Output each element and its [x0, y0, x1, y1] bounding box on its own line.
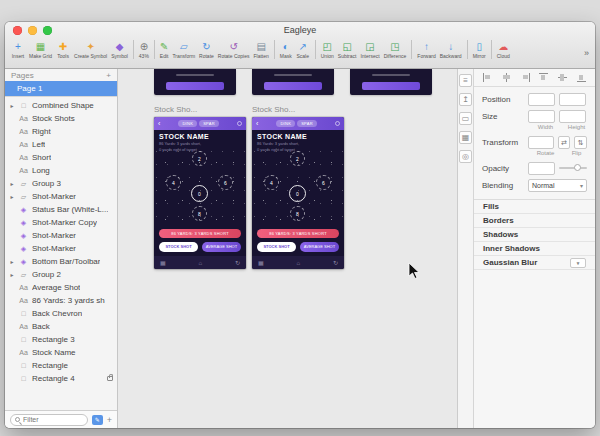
opacity-slider[interactable]: [559, 167, 587, 169]
section-dropdown-icon[interactable]: ▾: [570, 258, 586, 268]
layer-row[interactable]: Aa Average Shot: [5, 281, 117, 294]
layer-row[interactable]: ◈ Shot-Marker Copy: [5, 216, 117, 229]
add-page-button[interactable]: +: [106, 71, 111, 80]
add-layer-icon[interactable]: +: [107, 415, 112, 425]
layer-type-icon: Aa: [18, 167, 29, 174]
inspector-tool-icon[interactable]: ≡: [459, 74, 472, 87]
toolbar-button[interactable]: ☁ Cloud: [491, 40, 510, 59]
layer-row[interactable]: ▸ ◈ Bottom Bar/Toolbar: [5, 255, 117, 268]
inspector-tool-icon[interactable]: ↥: [459, 93, 472, 106]
style-section-header[interactable]: Gaussian Blur ▾: [474, 256, 595, 270]
blending-dropdown[interactable]: Normal ▾: [528, 179, 587, 192]
filter-input[interactable]: [23, 416, 83, 423]
design-bottom-bar: ▦ ⌂ ↻: [252, 256, 344, 269]
toolbar-button[interactable]: ✦ Create Symbol: [74, 40, 107, 59]
layer-type-icon: Aa: [18, 323, 29, 330]
canvas[interactable]: Stock Sho... ‹ DINK SPAR STOCK NAME: [118, 69, 457, 428]
layer-row[interactable]: Aa Back: [5, 320, 117, 333]
layer-row[interactable]: □ Rectangle 4: [5, 372, 117, 385]
toolbar-button[interactable]: ◐ Mask: [274, 40, 292, 59]
disclosure-caret-icon[interactable]: ▸: [9, 258, 15, 265]
toolbar-button-label: Scale: [296, 53, 309, 59]
align-middle-icon[interactable]: [558, 73, 567, 82]
toolbar-button[interactable]: ◱ Subtract: [338, 40, 357, 59]
layer-row[interactable]: □ Rectangle: [5, 359, 117, 372]
position-y-field[interactable]: [559, 93, 586, 106]
layer-row[interactable]: □ Back Chevron: [5, 307, 117, 320]
toolbar-button[interactable]: ✎ Edit: [154, 40, 169, 59]
layer-row[interactable]: ◈ Status Bar (White-L...: [5, 203, 117, 216]
toolbar-button[interactable]: ⊕ 43%: [133, 40, 149, 59]
style-section-header[interactable]: Borders: [474, 214, 595, 228]
layer-row[interactable]: Aa Long: [5, 164, 117, 177]
toolbar-button[interactable]: ↑ Forward: [411, 40, 435, 59]
disclosure-caret-icon[interactable]: ▸: [9, 102, 15, 109]
layer-row[interactable]: Aa Left: [5, 138, 117, 151]
toolbar-button[interactable]: ↓ Backward: [440, 40, 462, 59]
align-bottom-icon[interactable]: [577, 73, 586, 82]
toolbar-button[interactable]: ↗ Scale: [296, 40, 310, 59]
layer-row[interactable]: Aa Stock Shots: [5, 112, 117, 125]
layer-row[interactable]: ◈ Shot-Marker: [5, 229, 117, 242]
layer-row[interactable]: □ Rectangle 3: [5, 333, 117, 346]
layer-row[interactable]: ◈ Shot-Marker: [5, 242, 117, 255]
layer-row[interactable]: Aa Stock Name: [5, 346, 117, 359]
disclosure-caret-icon[interactable]: ▸: [9, 271, 15, 278]
filter-box[interactable]: [10, 414, 88, 426]
opacity-field[interactable]: [528, 162, 555, 175]
minimize-button[interactable]: [28, 26, 37, 35]
toolbar-button[interactable]: ◆ Symbol: [111, 40, 128, 59]
artboard[interactable]: ‹ DINK SPAR STOCK NAME 86 Yards: 3 yards…: [154, 117, 246, 269]
inspector-tool-icon[interactable]: ▭: [459, 112, 472, 125]
layer-row[interactable]: Aa 86 Yards: 3 yards sh: [5, 294, 117, 307]
bottom-bar-icon: ⌂: [199, 260, 203, 266]
toolbar-button[interactable]: ◳ Difference: [384, 40, 407, 59]
toolbar-button[interactable]: ▯ Mirror: [467, 40, 486, 59]
layer-row[interactable]: ▸ □ Combined Shape: [5, 99, 117, 112]
inspector-tool-icon[interactable]: ▦: [459, 131, 472, 144]
toolbar-button[interactable]: ▱ Transform: [172, 40, 195, 59]
layer-type-icon: □: [18, 336, 29, 343]
style-section-header[interactable]: Inner Shadows: [474, 242, 595, 256]
zoom-button[interactable]: [43, 26, 52, 35]
width-field[interactable]: [528, 110, 555, 123]
layer-row[interactable]: Aa Right: [5, 125, 117, 138]
toolbar-button[interactable]: ◲ Intersect: [360, 40, 379, 59]
style-section-header[interactable]: Fills: [474, 200, 595, 214]
artboard-label[interactable]: Stock Sho...: [252, 105, 344, 117]
disclosure-caret-icon[interactable]: ▸: [9, 180, 15, 187]
opacity-slider-knob[interactable]: [574, 164, 581, 171]
position-x-field[interactable]: [528, 93, 555, 106]
toolbar-button[interactable]: ◰ Union: [315, 40, 334, 59]
edit-pages-icon[interactable]: ✎: [92, 415, 103, 425]
align-left-icon[interactable]: [483, 73, 492, 82]
disclosure-caret-icon[interactable]: ▸: [9, 193, 15, 200]
inspector-tool-icon[interactable]: ◎: [459, 150, 472, 163]
align-right-icon[interactable]: [521, 73, 530, 82]
layer-row[interactable]: Aa Short: [5, 151, 117, 164]
toolbar-overflow-icon[interactable]: »: [581, 40, 589, 66]
layer-row[interactable]: ▸ ▱ Shot-Marker: [5, 190, 117, 203]
align-center-horizontal-icon[interactable]: [502, 73, 511, 82]
flip-vertical-button[interactable]: ⇅: [574, 136, 587, 149]
height-field[interactable]: [559, 110, 586, 123]
rotate-field[interactable]: [528, 136, 554, 149]
artboard[interactable]: ‹ DINK SPAR STOCK NAME 86 Yards: 3 yards…: [252, 117, 344, 269]
layer-row[interactable]: ▸ ▱ Group 2: [5, 268, 117, 281]
style-section-header[interactable]: Shadows: [474, 228, 595, 242]
artboard-label[interactable]: Stock Sho...: [154, 105, 246, 117]
artboard-wrapper: Stock Sho... ‹ DINK SPAR STOCK NAME: [154, 105, 246, 269]
flip-horizontal-button[interactable]: ⇄: [558, 136, 571, 149]
toolbar-button[interactable]: + Insert: [11, 40, 25, 59]
toolbar-button[interactable]: ↺ Rotate Copies: [218, 40, 250, 59]
page-item-selected[interactable]: Page 1: [5, 81, 117, 96]
layer-row[interactable]: ▸ ▱ Group 3: [5, 177, 117, 190]
toolbar-button[interactable]: ▤ Flatten: [254, 40, 269, 59]
toolbar-button[interactable]: ✚ Tools: [56, 40, 70, 59]
back-chevron-icon: ‹: [256, 120, 258, 127]
toolbar-button-icon: ✦: [86, 40, 94, 53]
align-top-icon[interactable]: [539, 73, 548, 82]
close-button[interactable]: [13, 26, 22, 35]
toolbar-button[interactable]: ↻ Rotate: [199, 40, 214, 59]
toolbar-button[interactable]: ▦ Make Grid: [29, 40, 52, 59]
